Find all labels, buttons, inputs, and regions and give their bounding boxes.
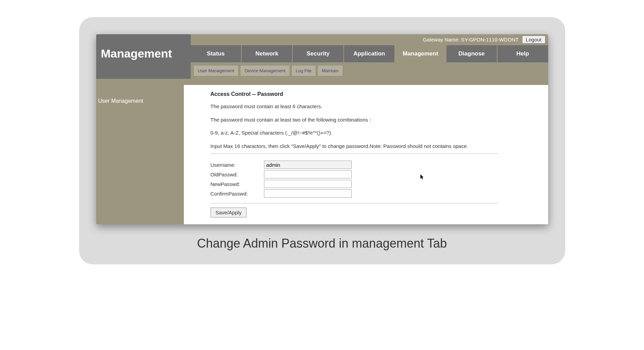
row-username: Username: <box>211 160 498 170</box>
username-input[interactable] <box>264 161 352 169</box>
sidebar: User Management <box>96 85 184 224</box>
outer-card: Gateway Name: SY-GPON-1110-WDONT Logout … <box>79 17 565 264</box>
router-admin-window: Gateway Name: SY-GPON-1110-WDONT Logout … <box>96 34 548 224</box>
oldpasswd-label: OldPasswd: <box>211 172 264 177</box>
gateway-name-label: Gateway Name: SY-GPON-1110-WDONT <box>423 37 519 42</box>
spacer-left <box>96 79 191 85</box>
spacer-row <box>96 79 548 85</box>
main-nav-row: Management Status Network Security Appli… <box>96 45 548 62</box>
desc-line-1: The password must contain at least 6 cha… <box>211 103 548 111</box>
sub-nav-row: User Management Device Management Log Fi… <box>96 62 548 79</box>
newpasswd-input[interactable] <box>264 180 352 188</box>
confirmpasswd-label: ConfirmPasswd: <box>211 191 264 197</box>
sub-nav: User Management Device Management Log Fi… <box>191 62 346 79</box>
save-apply-button[interactable]: Save/Apply <box>211 208 247 217</box>
desc-line-4: Input Max 16 charactors, then click "Sav… <box>211 142 498 154</box>
subnav-maintain[interactable]: Maintain <box>317 65 343 76</box>
figure-caption: Change Admin Password in management Tab <box>96 236 548 251</box>
row-confirmpasswd: ConfirmPasswd: <box>211 189 498 198</box>
sub-nav-left-spacer <box>96 62 191 79</box>
main-content: Access Control -- Password The password … <box>184 85 548 224</box>
subnav-log-file[interactable]: Log File <box>291 65 316 76</box>
form-divider <box>211 203 498 203</box>
nav-diagnose[interactable]: Diagnose <box>446 45 497 62</box>
content-row: User Management Access Control -- Passwo… <box>96 85 548 224</box>
section-title: Access Control -- Password <box>211 91 548 97</box>
page-title: Management <box>96 45 191 62</box>
nav-management[interactable]: Management <box>395 45 446 62</box>
desc-line-3: 0-9, a-z, A-Z, Special characters (._/@!… <box>211 129 548 137</box>
nav-help[interactable]: Help <box>497 45 548 62</box>
subnav-device-management[interactable]: Device Management <box>240 65 290 76</box>
nav-security[interactable]: Security <box>293 45 344 62</box>
newpasswd-label: NewPasswd: <box>211 181 264 187</box>
header-right: Gateway Name: SY-GPON-1110-WDONT Logout <box>191 36 548 43</box>
password-form: Username: OldPasswd: NewPasswd: ConfirmP… <box>211 160 498 198</box>
nav-network[interactable]: Network <box>242 45 293 62</box>
top-header: Gateway Name: SY-GPON-1110-WDONT Logout <box>96 34 548 45</box>
sidebar-item-user-management[interactable]: User Management <box>96 95 184 108</box>
oldpasswd-input[interactable] <box>264 170 352 178</box>
nav-status[interactable]: Status <box>191 45 242 62</box>
username-label: Username: <box>211 162 264 168</box>
subnav-user-management[interactable]: User Management <box>193 65 239 76</box>
confirmpasswd-input[interactable] <box>264 189 352 198</box>
nav-application[interactable]: Application <box>344 45 395 62</box>
row-newpasswd: NewPasswd: <box>211 179 498 189</box>
header-left-spacer <box>96 34 191 45</box>
row-oldpasswd: OldPasswd: <box>211 170 498 179</box>
desc-line-2: The password must contain at least two o… <box>211 116 548 124</box>
main-nav: Status Network Security Application Mana… <box>191 45 548 62</box>
logout-button[interactable]: Logout <box>522 36 545 43</box>
